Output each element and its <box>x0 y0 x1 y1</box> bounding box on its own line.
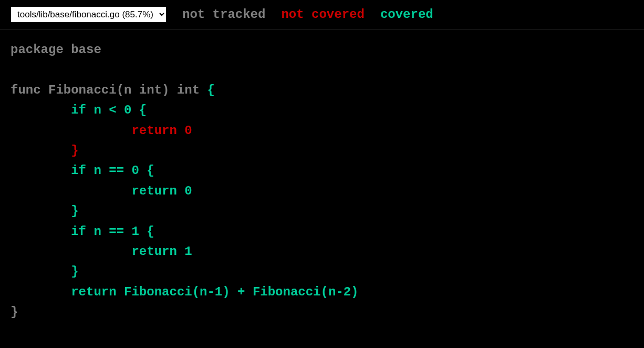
code-line-5: return 0 <box>11 124 192 138</box>
code-line-14: } <box>11 305 18 319</box>
header: tools/lib/base/fibonacci.go (85.7%) not … <box>0 0 644 29</box>
code-line-1: package base <box>11 43 101 57</box>
code-line-13: return Fibonacci(n-1) + Fibonacci(n-2) <box>11 285 359 299</box>
code-line-3b: { <box>207 83 214 97</box>
code-line-9: } <box>11 204 79 218</box>
code-line-7: if n == 0 { <box>11 163 154 178</box>
code-line-3a: func Fibonacci(n int) int <box>11 83 207 97</box>
legend-not-covered: not covered <box>281 7 364 22</box>
legend-covered: covered <box>380 7 433 22</box>
code-line-8: return 0 <box>11 184 192 198</box>
legend-not-tracked: not tracked <box>182 7 265 22</box>
code-line-10: if n == 1 { <box>11 224 154 239</box>
code-line-11: return 1 <box>11 244 192 259</box>
coverage-legend: not tracked not covered covered <box>182 7 433 22</box>
code-line-12: } <box>11 264 79 279</box>
file-selector[interactable]: tools/lib/base/fibonacci.go (85.7%) <box>11 6 167 23</box>
code-line-6: } <box>11 144 79 158</box>
code-viewer: package base func Fibonacci(n int) int {… <box>0 29 644 333</box>
code-line-4: if n < 0 { <box>11 103 147 117</box>
